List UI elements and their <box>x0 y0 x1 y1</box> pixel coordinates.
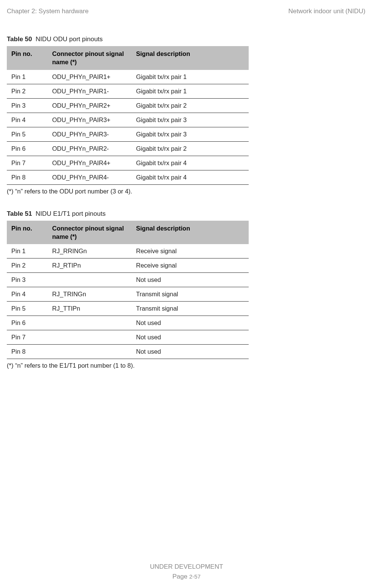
table50-header-conn: Connector pinout signal name (*) <box>48 46 132 70</box>
cell-pin: Pin 4 <box>7 287 48 302</box>
table-row: Pin 6ODU_PHYn_PAIR2-Gigabit tx/rx pair 2 <box>7 141 249 156</box>
cell-pin: Pin 2 <box>7 258 48 273</box>
cell-conn: ODU_PHYn_PAIR3- <box>48 127 132 141</box>
cell-conn <box>48 330 132 345</box>
cell-sig: Receive signal <box>132 258 249 273</box>
footer-line2-prefix: Page <box>172 573 189 580</box>
table51-caption: Table 51 NIDU E1/T1 port pinouts <box>7 210 365 218</box>
cell-pin: Pin 5 <box>7 302 48 316</box>
table50-header-pin: Pin no. <box>7 46 48 70</box>
page-header: Chapter 2: System hardware Network indoo… <box>7 8 365 15</box>
cell-conn: ODU_PHYn_PAIR1+ <box>48 70 132 84</box>
table51-header-pin: Pin no. <box>7 221 48 244</box>
footer-line2: Page 2-57 <box>0 572 373 582</box>
cell-conn <box>48 273 132 287</box>
header-right: Network indoor unit (NIDU) <box>288 8 365 15</box>
header-left: Chapter 2: System hardware <box>7 8 88 15</box>
cell-sig: Gigabit tx/rx pair 2 <box>132 141 249 156</box>
table-row: Pin 1ODU_PHYn_PAIR1+Gigabit tx/rx pair 1 <box>7 70 249 84</box>
table-row: Pin 7Not used <box>7 330 249 345</box>
table51-label: Table 51 <box>7 210 32 217</box>
cell-conn: ODU_PHYn_PAIR2- <box>48 141 132 156</box>
cell-pin: Pin 3 <box>7 98 48 113</box>
cell-sig: Not used <box>132 273 249 287</box>
cell-sig: Gigabit tx/rx pair 1 <box>132 70 249 84</box>
cell-sig: Not used <box>132 330 249 345</box>
table-row: Pin 3ODU_PHYn_PAIR2+Gigabit tx/rx pair 2 <box>7 98 249 113</box>
cell-conn: RJ_TTIPn <box>48 302 132 316</box>
table-row: Pin 1RJ_RRINGnReceive signal <box>7 244 249 258</box>
cell-conn: RJ_RRINGn <box>48 244 132 258</box>
page-footer: UNDER DEVELOPMENT Page 2-57 <box>0 562 373 581</box>
cell-conn: ODU_PHYn_PAIR1- <box>48 84 132 98</box>
cell-pin: Pin 6 <box>7 141 48 156</box>
cell-pin: Pin 8 <box>7 345 48 359</box>
table50-caption: Table 50 NIDU ODU port pinouts <box>7 36 365 43</box>
cell-sig: Gigabit tx/rx pair 2 <box>132 98 249 113</box>
footer-page-number: 2-57 <box>189 573 201 580</box>
table51-title: NIDU E1/T1 port pinouts <box>36 210 105 217</box>
cell-pin: Pin 1 <box>7 70 48 84</box>
cell-conn <box>48 316 132 330</box>
cell-pin: Pin 2 <box>7 84 48 98</box>
table-row: Pin 8ODU_PHYn_PAIR4-Gigabit tx/rx pair 4 <box>7 170 249 184</box>
footer-line1: UNDER DEVELOPMENT <box>0 562 373 572</box>
cell-sig: Gigabit tx/rx pair 3 <box>132 113 249 127</box>
cell-sig: Transmit signal <box>132 287 249 302</box>
cell-conn: ODU_PHYn_PAIR2+ <box>48 98 132 113</box>
table-row: Pin 2RJ_RTIPnReceive signal <box>7 258 249 273</box>
table-row: Pin 6Not used <box>7 316 249 330</box>
table-row: Pin 5ODU_PHYn_PAIR3-Gigabit tx/rx pair 3 <box>7 127 249 141</box>
cell-sig: Gigabit tx/rx pair 3 <box>132 127 249 141</box>
cell-sig: Not used <box>132 316 249 330</box>
table51: Pin no. Connector pinout signal name (*)… <box>7 221 249 359</box>
cell-pin: Pin 5 <box>7 127 48 141</box>
table51-header-conn: Connector pinout signal name (*) <box>48 221 132 244</box>
table50: Pin no. Connector pinout signal name (*)… <box>7 46 249 185</box>
table50-footnote: (*) “n” refers to the ODU port number (3… <box>7 188 365 195</box>
cell-conn: ODU_PHYn_PAIR4+ <box>48 156 132 170</box>
table-row: Pin 7ODU_PHYn_PAIR4+Gigabit tx/rx pair 4 <box>7 156 249 170</box>
cell-sig: Gigabit tx/rx pair 4 <box>132 156 249 170</box>
cell-sig: Gigabit tx/rx pair 4 <box>132 170 249 184</box>
cell-conn: ODU_PHYn_PAIR3+ <box>48 113 132 127</box>
table-row: Pin 8Not used <box>7 345 249 359</box>
cell-conn: ODU_PHYn_PAIR4- <box>48 170 132 184</box>
cell-pin: Pin 7 <box>7 330 48 345</box>
cell-pin: Pin 6 <box>7 316 48 330</box>
cell-sig: Receive signal <box>132 244 249 258</box>
cell-conn: RJ_TRINGn <box>48 287 132 302</box>
table-row: Pin 4RJ_TRINGnTransmit signal <box>7 287 249 302</box>
table-row: Pin 5RJ_TTIPnTransmit signal <box>7 302 249 316</box>
table50-label: Table 50 <box>7 36 32 43</box>
table-row: Pin 3Not used <box>7 273 249 287</box>
cell-conn: RJ_RTIPn <box>48 258 132 273</box>
cell-pin: Pin 8 <box>7 170 48 184</box>
cell-pin: Pin 4 <box>7 113 48 127</box>
table50-title: NIDU ODU port pinouts <box>36 36 103 43</box>
table50-header-sig: Signal description <box>132 46 249 70</box>
cell-pin: Pin 3 <box>7 273 48 287</box>
table51-footnote: (*) “n” refers to the E1/T1 port number … <box>7 362 365 369</box>
table-row: Pin 2ODU_PHYn_PAIR1-Gigabit tx/rx pair 1 <box>7 84 249 98</box>
cell-conn <box>48 345 132 359</box>
cell-pin: Pin 1 <box>7 244 48 258</box>
cell-sig: Gigabit tx/rx pair 1 <box>132 84 249 98</box>
cell-pin: Pin 7 <box>7 156 48 170</box>
cell-sig: Not used <box>132 345 249 359</box>
cell-sig: Transmit signal <box>132 302 249 316</box>
table51-header-sig: Signal description <box>132 221 249 244</box>
table-row: Pin 4ODU_PHYn_PAIR3+Gigabit tx/rx pair 3 <box>7 113 249 127</box>
